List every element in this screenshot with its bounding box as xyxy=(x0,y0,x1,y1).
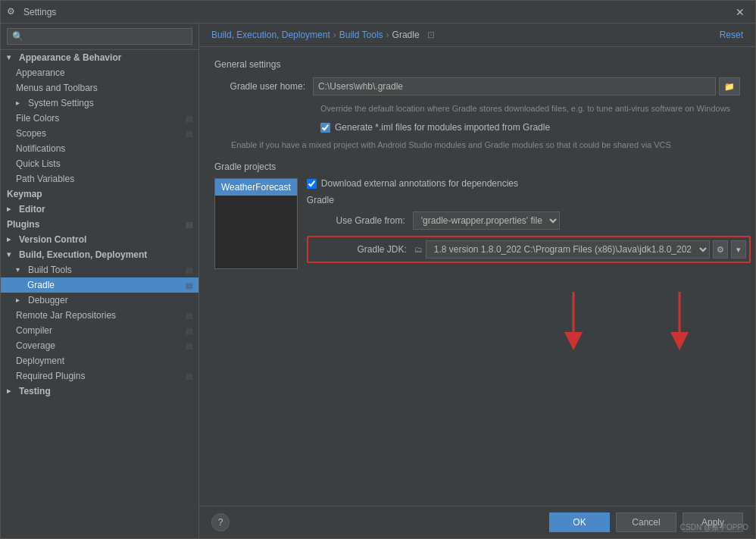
breadcrumb-part2[interactable]: Build Tools xyxy=(339,30,383,40)
sidebar-item-notifications[interactable]: Notifications xyxy=(1,141,198,156)
expand-icon xyxy=(7,250,16,259)
use-gradle-row: Use Gradle from: 'gradle-wrapper.propert… xyxy=(307,212,751,230)
sidebar-item-file-colors[interactable]: File Colors xyxy=(1,111,198,126)
gradle-jdk-label: Gradle JDK: xyxy=(311,244,414,255)
sidebar-item-label: Appearance & Behavior xyxy=(19,52,121,63)
sidebar-item-label: Menus and Toolbars xyxy=(16,83,98,93)
sidebar-item-label: Build, Execution, Deployment xyxy=(19,249,147,260)
sidebar-item-appearance-behavior[interactable]: Appearance & Behavior xyxy=(1,50,198,65)
expand-icon xyxy=(16,99,25,108)
right-panel: Build, Execution, Deployment › Build Too… xyxy=(199,24,755,538)
sidebar-item-required-plugins[interactable]: Required Plugins xyxy=(1,368,198,384)
sidebar-item-label: Remote Jar Repositories xyxy=(16,310,116,321)
use-gradle-select[interactable]: 'gradle-wrapper.properties' file xyxy=(413,212,560,230)
apply-button[interactable]: Apply xyxy=(683,512,743,532)
projects-area: WeatherForecast Download external annota… xyxy=(214,178,740,269)
sidebar-item-plugins[interactable]: Plugins xyxy=(1,217,198,232)
gradle-jdk-select[interactable]: 1.8 version 1.8.0_202 C:\Program Files (… xyxy=(426,240,710,259)
sidebar-item-menus-toolbars[interactable]: Menus and Toolbars xyxy=(1,80,198,96)
sidebar-item-label: Scopes xyxy=(16,128,46,139)
sidebar-item-editor[interactable]: Editor xyxy=(1,202,198,217)
sidebar-item-label: Deployment xyxy=(16,356,64,366)
project-item-weatherforecast[interactable]: WeatherForecast xyxy=(215,179,297,196)
sidebar-item-version-control[interactable]: Version Control xyxy=(1,232,198,247)
search-input[interactable] xyxy=(7,28,192,45)
expand-icon xyxy=(7,205,16,214)
sidebar-item-appearance[interactable]: Appearance xyxy=(1,65,198,80)
download-annotations-checkbox[interactable] xyxy=(307,179,317,189)
sidebar-item-label: Coverage xyxy=(16,340,55,351)
jdk-control: 🗂 1.8 version 1.8.0_202 C:\Program Files… xyxy=(414,240,746,259)
expand-icon xyxy=(7,235,16,244)
indicator-icon xyxy=(186,266,192,274)
sidebar-item-label: Compiler xyxy=(16,325,52,336)
sidebar-item-path-variables[interactable]: Path Variables xyxy=(1,171,198,186)
sidebar-item-label: Keymap xyxy=(7,189,42,199)
sidebar-item-label: Plugins xyxy=(7,219,39,230)
sidebar-item-keymap[interactable]: Keymap xyxy=(1,186,198,202)
sidebar-item-quick-lists[interactable]: Quick Lists xyxy=(1,156,198,171)
jdk-settings-button[interactable]: ⚙ xyxy=(713,240,728,259)
breadcrumb-icon: ⊡ xyxy=(427,30,435,40)
sidebar-item-label: Testing xyxy=(19,386,51,396)
arrows-svg xyxy=(513,284,740,360)
sidebar-item-label: Appearance xyxy=(16,67,65,78)
close-button[interactable]: ✕ xyxy=(731,5,749,20)
sidebar-item-scopes[interactable]: Scopes xyxy=(1,126,198,141)
main-layout: Appearance & Behavior Appearance Menus a… xyxy=(1,24,755,538)
general-settings-title: General settings xyxy=(214,59,740,70)
download-annotations-label: Download external annotations for depend… xyxy=(321,178,518,189)
sidebar-item-deployment[interactable]: Deployment xyxy=(1,353,198,368)
breadcrumb-sep1: › xyxy=(333,30,336,40)
sidebar-item-label: System Settings xyxy=(28,98,94,108)
gradle-user-home-label: Gradle user home: xyxy=(214,81,313,92)
breadcrumb-part3: Gradle xyxy=(392,30,420,40)
project-list: WeatherForecast xyxy=(214,178,298,269)
indicator-icon xyxy=(186,312,192,320)
gradle-user-home-row: Gradle user home: 📁 xyxy=(214,77,740,96)
expand-icon xyxy=(7,387,16,396)
folder-button[interactable]: 📁 xyxy=(719,77,740,96)
jdk-dropdown-button[interactable]: ▾ xyxy=(731,240,746,259)
cancel-button[interactable]: Cancel xyxy=(616,512,676,532)
bottom-bar: ? OK Cancel Apply xyxy=(199,506,755,538)
gradle-user-home-control: 📁 xyxy=(313,77,740,96)
settings-window: ⚙ Settings ✕ Appearance & Behavior Appea… xyxy=(0,0,756,539)
sidebar-item-label: Gradle xyxy=(27,280,55,290)
expand-icon xyxy=(7,53,16,62)
sidebar-item-label: Debugger xyxy=(28,295,68,306)
gradle-jdk-row: Gradle JDK: 🗂 1.8 version 1.8.0_202 C:\P… xyxy=(307,236,751,263)
breadcrumb-part1[interactable]: Build, Execution, Deployment xyxy=(211,30,330,40)
jdk-folder-icon: 🗂 xyxy=(414,245,423,254)
sidebar-item-coverage[interactable]: Coverage xyxy=(1,338,198,353)
expand-icon xyxy=(16,296,25,305)
sidebar-item-compiler[interactable]: Compiler xyxy=(1,323,198,338)
sidebar-item-testing[interactable]: Testing xyxy=(1,384,198,399)
sidebar-item-label: Build Tools xyxy=(28,265,72,275)
reset-button[interactable]: Reset xyxy=(720,30,743,40)
sidebar-item-build-tools[interactable]: Build Tools xyxy=(1,262,198,277)
sidebar-item-system-settings[interactable]: System Settings xyxy=(1,96,198,111)
sidebar-item-label: Path Variables xyxy=(16,174,74,184)
gradle-subsection: Gradle Use Gradle from: 'gradle-wrapper.… xyxy=(307,195,751,263)
sidebar-item-label: File Colors xyxy=(16,113,59,124)
panel-content: General settings Gradle user home: 📁 Ove… xyxy=(199,47,755,506)
generate-iml-row: Generate *.iml files for modules importe… xyxy=(320,122,550,133)
expand-icon xyxy=(16,265,25,274)
sidebar-item-build-execution[interactable]: Build, Execution, Deployment xyxy=(1,247,198,262)
help-button[interactable]: ? xyxy=(211,513,230,531)
breadcrumb: Build, Execution, Deployment › Build Too… xyxy=(211,30,435,40)
sidebar-item-remote-jar[interactable]: Remote Jar Repositories xyxy=(1,308,198,323)
sidebar-item-debugger[interactable]: Debugger xyxy=(1,293,198,308)
gradle-user-home-input[interactable] xyxy=(313,77,716,96)
window-title: Settings xyxy=(23,7,731,17)
sidebar-item-gradle[interactable]: Gradle xyxy=(1,277,198,293)
sidebar-item-label: Version Control xyxy=(19,234,86,245)
ok-button[interactable]: OK xyxy=(549,512,610,532)
gradle-subsection-title: Gradle xyxy=(307,195,751,205)
generate-iml-checkbox[interactable] xyxy=(320,123,330,133)
indicator-icon xyxy=(186,327,192,335)
indicator-icon xyxy=(186,342,192,350)
breadcrumb-bar: Build, Execution, Deployment › Build Too… xyxy=(199,24,755,47)
indicator-icon xyxy=(186,372,192,381)
